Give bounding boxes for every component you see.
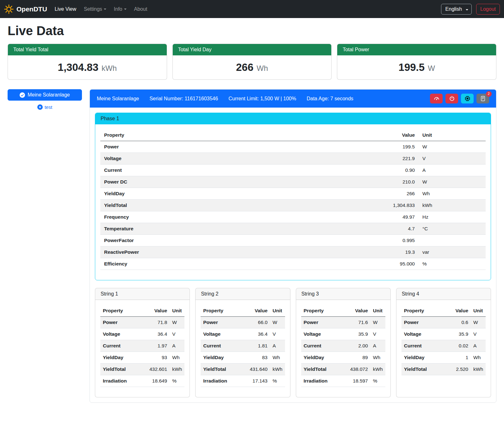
unit-cell: V [370, 328, 385, 340]
unit-cell: V [170, 328, 184, 340]
event-count-badge: 2 [486, 91, 492, 97]
sun-icon [4, 4, 14, 14]
nav-item-live-view[interactable]: Live View [51, 4, 80, 15]
value-cell: 438.072 [348, 364, 370, 375]
nav-item-settings[interactable]: Settings [80, 4, 110, 15]
string-card: String 3 Property Value Unit [296, 288, 391, 397]
property-cell: Current [301, 340, 348, 352]
string-card: String 2 Property Value Unit [195, 288, 290, 397]
table-row: YieldTotal 2.520 kWh [401, 364, 486, 375]
property-cell: Power [401, 317, 448, 328]
property-cell: Power [201, 317, 247, 328]
value-cell: 0.02 [448, 340, 471, 352]
main-row: Meine Solaranlage test Meine Solaranlage… [8, 89, 496, 403]
table-row: Irradiation 18.597 % [301, 375, 385, 387]
property-cell: YieldDay [100, 188, 371, 200]
property-cell: ReactivePower [100, 246, 371, 258]
column-header-property: Property [301, 305, 348, 317]
value-cell: 18.649 [147, 375, 170, 387]
unit-cell: Wh [370, 352, 385, 364]
column-header-property: Property [401, 305, 448, 317]
table-header-row: Property Value Unit [301, 305, 385, 317]
table-header-row: Property Value Unit [100, 129, 486, 141]
property-cell: Power [100, 141, 371, 153]
value-cell: 1 [448, 352, 471, 364]
property-cell: Current [100, 165, 371, 176]
chevron-down-icon [124, 9, 127, 10]
language-select[interactable]: English [441, 4, 472, 15]
unit-cell: A [370, 340, 385, 352]
column-header-unit: Unit [471, 305, 486, 317]
column-header-value: Value [247, 305, 270, 317]
unit-cell: % [370, 375, 385, 387]
property-cell: Power [100, 317, 147, 328]
table-row: Voltage 36.4 V [201, 328, 285, 340]
table-row: Current 0.90 A [100, 165, 486, 176]
total-yield-total-value: 1,304.83 [58, 61, 98, 73]
nav-item-about[interactable]: About [130, 4, 151, 15]
string-table: Property Value Unit [401, 305, 486, 375]
total-yield-day-unit: Wh [257, 64, 268, 73]
value-cell: 199.5 [371, 141, 419, 153]
brand[interactable]: OpenDTU [4, 4, 47, 14]
chevron-down-icon [466, 9, 468, 10]
device-info-button[interactable] [461, 94, 474, 103]
unit-cell: Wh [170, 352, 184, 364]
inverter-select-active-button[interactable]: Meine Solaranlage [8, 89, 82, 101]
language-select-value: English [445, 6, 462, 12]
table-row: Temperature 4.7 °C [100, 223, 486, 235]
value-cell: 71.6 [348, 317, 370, 328]
unit-cell: W [419, 176, 486, 188]
unit-cell: kWh [419, 200, 486, 211]
string-card: String 1 Property Value Unit [95, 288, 190, 397]
brand-label: OpenDTU [16, 5, 47, 13]
value-cell: 93 [147, 352, 170, 364]
unit-cell: % [419, 258, 486, 270]
table-row: Current 0.02 A [401, 340, 486, 352]
unit-cell: kWh [170, 364, 184, 375]
total-power-card: Total Power 199.5 W [337, 44, 496, 80]
value-cell: 431.640 [247, 364, 270, 375]
unit-cell: A [471, 340, 486, 352]
value-cell: 19.3 [371, 246, 419, 258]
table-row: Voltage 35.9 V [401, 328, 486, 340]
property-cell: PowerFactor [100, 235, 371, 246]
property-cell: Voltage [201, 328, 247, 340]
unit-cell: % [170, 375, 184, 387]
inverter-panel: Meine Solaranlage Serial Number: 1161716… [90, 89, 496, 403]
total-yield-day-card: Total Yield Day 266 Wh [172, 44, 332, 80]
string-card: String 4 Property Value Unit [396, 288, 491, 397]
property-cell: YieldDay [401, 352, 448, 364]
property-cell: Voltage [301, 328, 348, 340]
table-row: Power 71.8 W [100, 317, 184, 328]
column-header-value: Value [371, 129, 419, 141]
x-circle-icon [37, 104, 43, 110]
unit-cell: Wh [270, 352, 285, 364]
journal-icon [480, 96, 486, 101]
table-row: Current 1.97 A [100, 340, 184, 352]
unit-cell: kWh [471, 364, 486, 375]
table-row: Current 2.00 A [301, 340, 385, 352]
nav-item-info[interactable]: Info [110, 4, 130, 15]
value-cell: 266 [371, 188, 419, 200]
table-row: YieldDay 83 Wh [201, 352, 285, 364]
unit-cell: Hz [419, 211, 486, 223]
table-row: Power 0.6 W [401, 317, 486, 328]
power-toggle-button[interactable] [445, 94, 458, 103]
card-title: Total Yield Day [173, 44, 332, 55]
inverter-sidebar: Meine Solaranlage test [8, 89, 82, 110]
value-cell: 1,304.833 [371, 200, 419, 211]
property-cell: Power [301, 317, 348, 328]
inverter-select-test-button[interactable]: test [35, 104, 54, 110]
property-cell: YieldDay [100, 352, 147, 364]
limit-settings-button[interactable] [430, 94, 443, 103]
table-row: YieldDay 89 Wh [301, 352, 385, 364]
value-cell: 4.7 [371, 223, 419, 235]
event-log-button[interactable]: 2 [476, 94, 489, 103]
table-row: Power DC 210.0 W [100, 176, 486, 188]
value-cell: 2.520 [448, 364, 471, 375]
card-title: Total Yield Total [8, 44, 167, 55]
logout-button[interactable]: Logout [476, 4, 500, 15]
property-cell: YieldTotal [201, 364, 247, 375]
property-cell: Irradiation [201, 375, 247, 387]
